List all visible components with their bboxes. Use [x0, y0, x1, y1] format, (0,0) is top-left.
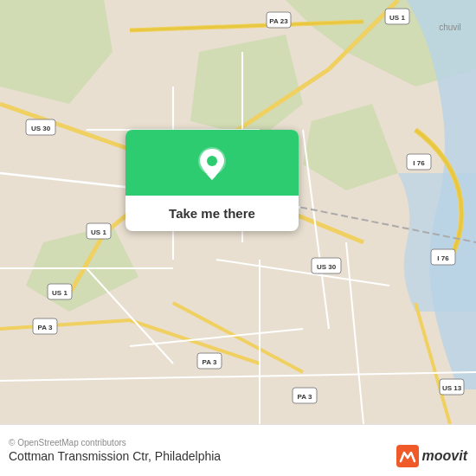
location-name: Cottman Transmission Ctr, Philadelphia — [9, 449, 221, 463]
svg-text:US 1: US 1 — [389, 14, 405, 22]
svg-text:US 30: US 30 — [31, 125, 51, 132]
svg-text:PA 3: PA 3 — [298, 393, 312, 401]
moovit-icon — [396, 445, 419, 467]
svg-text:PA 23: PA 23 — [269, 17, 288, 25]
take-me-there-card[interactable]: Take me there — [125, 130, 299, 231]
location-pin-icon — [193, 145, 231, 183]
svg-text:chuvil: chuvil — [439, 23, 461, 32]
svg-point-58 — [207, 156, 217, 166]
card-green-header — [125, 130, 299, 196]
svg-text:US 13: US 13 — [442, 384, 462, 392]
bottom-bar: © OpenStreetMap contributors Cottman Tra… — [0, 424, 476, 476]
svg-text:I 76: I 76 — [413, 159, 425, 167]
svg-text:US 1: US 1 — [52, 289, 68, 297]
map-container: PA 23 US 1 US 30 US 1 US 1 I 76 I 76 US … — [0, 0, 476, 424]
moovit-logo: moovit — [396, 445, 467, 467]
svg-text:US 1: US 1 — [91, 228, 106, 236]
svg-text:I 76: I 76 — [437, 254, 449, 262]
svg-text:PA 3: PA 3 — [203, 358, 217, 366]
svg-text:US 30: US 30 — [317, 263, 337, 271]
take-me-there-label: Take me there — [155, 196, 269, 231]
svg-text:PA 3: PA 3 — [38, 324, 53, 331]
moovit-brand-text: moovit — [422, 448, 467, 464]
